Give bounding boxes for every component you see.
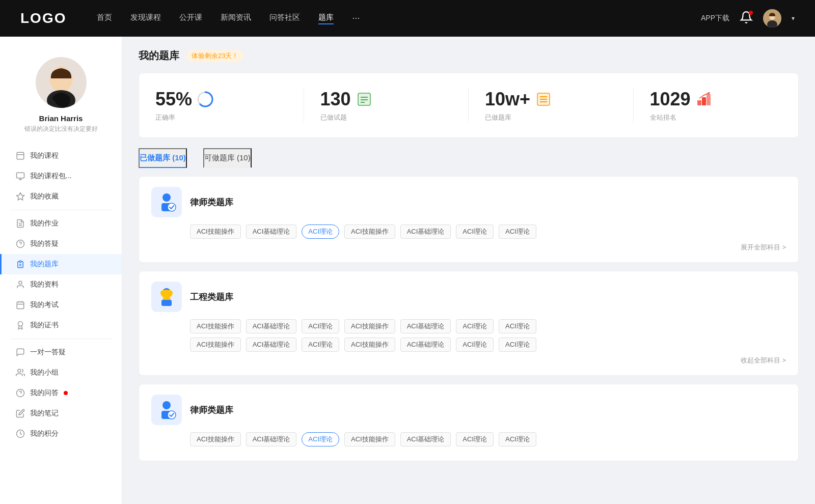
page-body: Brian Harris 错误的决定比没有决定要好 我的课程 我的课程包... … xyxy=(0,37,815,504)
sidebar-item-group[interactable]: 我的小组 xyxy=(0,362,122,383)
ranking-label: 全站排名 xyxy=(650,113,676,122)
sidebar-item-one-on-one[interactable]: 一对一答疑 xyxy=(0,342,122,362)
sidebar-item-exam[interactable]: 我的考试 xyxy=(0,295,122,315)
svg-point-45 xyxy=(162,193,171,202)
main-content: 我的题库 体验剩余23天！ 55% 正确率 xyxy=(122,37,815,504)
tag-3-6[interactable]: ACI理论 xyxy=(499,432,536,446)
notification-bell[interactable] xyxy=(740,11,753,26)
tag-1-2[interactable]: ACI理论 xyxy=(302,225,339,239)
tag-1-4[interactable]: ACI基础理论 xyxy=(400,225,451,239)
sidebar-divider-2 xyxy=(10,339,112,339)
sidebar-item-profile[interactable]: 我的资料 xyxy=(0,274,122,295)
svg-point-50 xyxy=(162,401,171,409)
tag-1-6[interactable]: ACI理论 xyxy=(499,225,536,239)
tag-3-1[interactable]: ACI基础理论 xyxy=(246,432,297,446)
svg-rect-49 xyxy=(161,300,172,306)
qbank-header-1: 律师类题库 xyxy=(151,187,786,217)
accuracy-label: 正确率 xyxy=(155,113,175,122)
tag-2a-0[interactable]: ACI技能操作 xyxy=(190,319,241,333)
svg-rect-20 xyxy=(17,302,24,309)
tag-2a-1[interactable]: ACI基础理论 xyxy=(246,319,297,333)
accuracy-icon xyxy=(197,91,213,107)
stats-row: 55% 正确率 130 xyxy=(139,73,799,138)
questions-done-icon xyxy=(356,91,372,107)
qbank-title-1: 律师类题库 xyxy=(190,197,233,208)
svg-rect-42 xyxy=(702,97,706,105)
tag-2b-1[interactable]: ACI基础理论 xyxy=(246,338,297,352)
tag-2b-6[interactable]: ACI理论 xyxy=(499,338,536,352)
sidebar-item-course-packages[interactable]: 我的课程包... xyxy=(0,166,122,186)
ranking-number: 1029 xyxy=(650,89,691,110)
star-icon xyxy=(16,192,25,201)
nav-open-course[interactable]: 公开课 xyxy=(179,13,202,24)
logo: LOGO xyxy=(20,10,66,26)
tag-2a-4[interactable]: ACI基础理论 xyxy=(400,319,451,333)
expand-link-1[interactable]: 展开全部科目 > xyxy=(151,243,786,252)
tab-available[interactable]: 可做题库 (10) xyxy=(203,148,252,168)
svg-rect-16 xyxy=(19,261,22,262)
sidebar-divider-1 xyxy=(10,210,112,210)
stat-accuracy: 55% 正确率 xyxy=(139,83,304,127)
tag-1-3[interactable]: ACI技能操作 xyxy=(344,225,395,239)
tag-2b-4[interactable]: ACI基础理论 xyxy=(400,338,451,352)
sidebar-item-favorites[interactable]: 我的收藏 xyxy=(0,186,122,207)
nav-qa[interactable]: 问答社区 xyxy=(269,13,300,24)
nav-home[interactable]: 首页 xyxy=(97,13,112,24)
stat-banks-done: 10w+ 已做题库 xyxy=(469,83,634,127)
qbank-card-lawyer-1: 律师类题库 ACI技能操作 ACI基础理论 ACI理论 ACI技能操作 ACI基… xyxy=(139,176,799,263)
tag-2b-0[interactable]: ACI技能操作 xyxy=(190,338,241,352)
tag-1-1[interactable]: ACI基础理论 xyxy=(246,225,297,239)
sidebar-item-points[interactable]: 我的积分 xyxy=(0,424,122,444)
tag-2a-5[interactable]: ACI理论 xyxy=(456,319,494,333)
tab-done[interactable]: 已做题库 (10) xyxy=(139,148,187,168)
banks-done-icon xyxy=(535,91,552,107)
banks-done-number: 10w+ xyxy=(485,89,530,110)
sidebar-item-courses[interactable]: 我的课程 xyxy=(0,146,122,166)
app-download[interactable]: APP下载 xyxy=(701,14,729,23)
avatar-chevron[interactable]: ▾ xyxy=(792,15,795,22)
qa-icon xyxy=(16,239,25,248)
sidebar-item-cert[interactable]: 我的证书 xyxy=(0,315,122,335)
tag-3-3[interactable]: ACI技能操作 xyxy=(344,432,395,446)
profile-motto: 错误的决定比没有决定要好 xyxy=(24,125,98,133)
tag-2b-2[interactable]: ACI理论 xyxy=(302,338,339,352)
tag-2b-3[interactable]: ACI技能操作 xyxy=(344,338,395,352)
collapse-link-2[interactable]: 收起全部科目 > xyxy=(151,356,786,365)
tag-1-5[interactable]: ACI理论 xyxy=(456,225,494,239)
questions-done-number: 130 xyxy=(320,89,351,110)
tag-3-2[interactable]: ACI理论 xyxy=(302,432,339,446)
nav-question-bank[interactable]: 题库 xyxy=(318,13,334,24)
sidebar-profile: Brian Harris 错误的决定比没有决定要好 xyxy=(0,47,122,142)
svg-point-47 xyxy=(168,203,176,211)
sidebar-item-qa[interactable]: 我的答疑 xyxy=(0,234,122,254)
svg-rect-6 xyxy=(17,152,24,159)
page-header: 我的题库 体验剩余23天！ xyxy=(139,49,799,63)
sidebar-item-question-bank[interactable]: 我的题库 xyxy=(0,254,122,274)
tag-3-0[interactable]: ACI技能操作 xyxy=(190,432,241,446)
tag-3-5[interactable]: ACI理论 xyxy=(456,432,494,446)
sidebar-item-my-questions[interactable]: 我的问答 xyxy=(0,383,122,403)
svg-point-19 xyxy=(19,281,22,284)
tag-2a-6[interactable]: ACI理论 xyxy=(499,319,536,333)
nav-news[interactable]: 新闻资讯 xyxy=(221,13,251,24)
sidebar-item-homework[interactable]: 我的作业 xyxy=(0,213,122,234)
tag-2a-2[interactable]: ACI理论 xyxy=(302,319,339,333)
cert-icon xyxy=(16,321,25,330)
tag-2b-5[interactable]: ACI理论 xyxy=(456,338,494,352)
notification-dot xyxy=(749,11,753,15)
sidebar-item-notes[interactable]: 我的笔记 xyxy=(0,403,122,424)
profile-avatar xyxy=(36,57,87,108)
tag-3-4[interactable]: ACI基础理论 xyxy=(400,432,451,446)
profile-avatar-image xyxy=(36,57,87,108)
stat-questions-done: 130 已做试题 xyxy=(304,83,469,127)
tag-2a-3[interactable]: ACI技能操作 xyxy=(344,319,395,333)
profile-icon xyxy=(16,280,25,289)
questions-done-label: 已做试题 xyxy=(320,113,347,122)
tag-1-0[interactable]: ACI技能操作 xyxy=(190,225,241,239)
qbank-card-lawyer-2: 律师类题库 ACI技能操作 ACI基础理论 ACI理论 ACI技能操作 ACI基… xyxy=(139,384,799,461)
user-avatar[interactable] xyxy=(763,9,781,27)
nav-more[interactable]: ··· xyxy=(352,13,360,24)
tabs-row: 已做题库 (10) 可做题库 (10) xyxy=(139,148,799,168)
question-bank-icon xyxy=(16,260,25,269)
nav-discover[interactable]: 发现课程 xyxy=(130,13,161,24)
